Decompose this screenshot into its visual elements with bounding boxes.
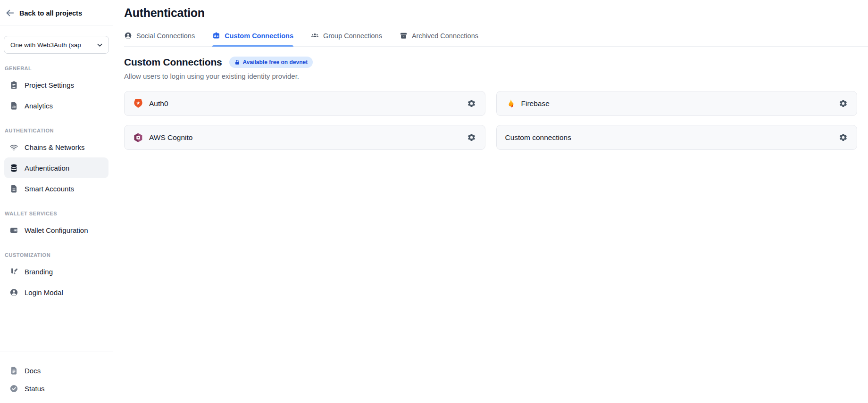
project-selector-value: One with Web3Auth (sap [10, 41, 81, 49]
sidebar-item-label: Authentication [25, 164, 69, 172]
settings-gear-button[interactable] [466, 98, 477, 109]
main-content: Authentication Social Connections Custom… [113, 0, 868, 403]
connection-label: Auth0 [149, 99, 168, 108]
sidebar-item-status[interactable]: Status [4, 379, 108, 397]
connection-label: AWS Cognito [149, 133, 192, 142]
firebase-icon [505, 99, 516, 109]
tab-custom-connections[interactable]: Custom Connections [212, 32, 293, 46]
back-to-projects-link[interactable]: Back to all projects [0, 0, 113, 25]
gear-icon [839, 133, 848, 142]
document-icon [9, 184, 18, 193]
analytics-icon [9, 101, 18, 110]
chevron-down-icon [96, 41, 103, 49]
sidebar-item-label: Branding [25, 268, 53, 276]
tab-label: Custom Connections [225, 32, 293, 40]
tab-archived-connections[interactable]: Archived Connections [400, 32, 478, 46]
check-circle-icon [9, 384, 18, 393]
sidebar-item-label: Chains & Networks [25, 143, 85, 151]
gear-icon [467, 133, 476, 142]
connection-card-auth0: Auth0 [124, 91, 485, 116]
gear-icon [839, 99, 848, 108]
sidebar-item-label: Smart Accounts [25, 185, 74, 193]
tab-social-connections[interactable]: Social Connections [124, 32, 195, 46]
sidebar-item-label: Docs [25, 367, 41, 375]
id-badge-icon [212, 32, 220, 40]
connection-card-custom: Custom connections [496, 125, 858, 150]
sidebar-section-general: GENERAL [5, 66, 113, 71]
sidebar-item-authentication[interactable]: Authentication [4, 157, 108, 178]
sidebar-item-label: Project Settings [25, 81, 74, 89]
sidebar-item-label: Analytics [25, 102, 53, 110]
sidebar-item-chains-networks[interactable]: Chains & Networks [4, 137, 108, 157]
wifi-icon [9, 143, 18, 152]
card-left: Firebase [505, 99, 838, 109]
settings-gear-button[interactable] [838, 132, 849, 143]
sidebar-section-authentication: AUTHENTICATION [5, 128, 113, 133]
database-icon [9, 164, 18, 173]
user-circle-icon [9, 288, 18, 297]
tab-group-connections[interactable]: Group Connections [311, 32, 382, 46]
clipboard-icon [9, 81, 18, 90]
settings-gear-button[interactable] [838, 98, 849, 109]
badge-label: Available free on devnet [243, 59, 308, 66]
auth0-icon [133, 99, 143, 109]
sidebar-item-project-settings[interactable]: Project Settings [4, 74, 108, 95]
document-icon [9, 366, 18, 375]
section-title: Custom Connections [124, 57, 222, 68]
arrow-left-icon [6, 9, 14, 17]
lock-icon [234, 59, 240, 65]
devnet-badge: Available free on devnet [229, 57, 313, 68]
paintbrush-icon [9, 267, 18, 276]
connection-card-firebase: Firebase [496, 91, 858, 116]
card-left: Custom connections [505, 133, 838, 142]
sidebar-item-login-modal[interactable]: Login Modal [4, 282, 108, 303]
user-circle-icon [124, 32, 132, 40]
connection-card-aws-cognito: AWS Cognito [124, 125, 485, 150]
connections-grid: Auth0 Firebase [124, 91, 857, 150]
connection-label: Firebase [521, 99, 550, 108]
tab-bar: Social Connections Custom Connections Gr… [124, 32, 868, 47]
card-left: Auth0 [133, 99, 466, 109]
sidebar-item-label: Login Modal [25, 288, 63, 296]
gear-icon [467, 99, 476, 108]
sidebar-section-customization: CUSTOMIZATION [5, 252, 113, 258]
archive-icon [400, 32, 408, 40]
sidebar: Back to all projects One with Web3Auth (… [0, 0, 113, 403]
sidebar-section-wallet-services: WALLET SERVICES [5, 211, 113, 216]
section-header: Custom Connections Available free on dev… [124, 57, 857, 68]
sidebar-item-label: Wallet Configuration [25, 226, 88, 234]
back-label: Back to all projects [19, 9, 82, 17]
sidebar-item-docs[interactable]: Docs [4, 362, 108, 379]
settings-gear-button[interactable] [466, 132, 477, 143]
sidebar-footer: Docs Status [0, 352, 113, 403]
tab-label: Archived Connections [412, 32, 478, 40]
sidebar-item-analytics[interactable]: Analytics [4, 95, 108, 116]
section-description: Allow users to login using your existing… [124, 72, 857, 80]
card-left: AWS Cognito [133, 132, 466, 143]
tab-label: Social Connections [136, 32, 195, 40]
project-selector-dropdown[interactable]: One with Web3Auth (sap [4, 36, 109, 54]
sidebar-item-branding[interactable]: Branding [4, 261, 108, 282]
users-icon [311, 32, 319, 40]
sidebar-item-label: Status [25, 385, 45, 393]
app-window: Back to all projects One with Web3Auth (… [0, 0, 868, 403]
tab-label: Group Connections [323, 32, 382, 40]
wallet-icon [9, 226, 18, 235]
aws-cognito-icon [133, 132, 143, 143]
sidebar-item-smart-accounts[interactable]: Smart Accounts [4, 178, 108, 199]
sidebar-item-wallet-configuration[interactable]: Wallet Configuration [4, 220, 108, 240]
page-title: Authentication [124, 6, 857, 20]
connection-label: Custom connections [505, 133, 571, 142]
